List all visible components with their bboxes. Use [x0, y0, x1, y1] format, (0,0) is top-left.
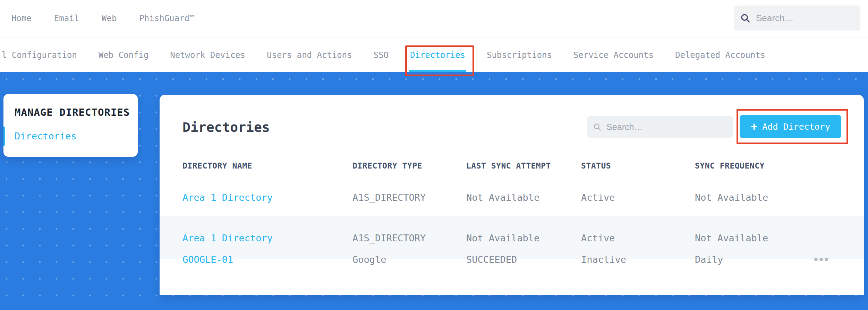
- directories-panel: Directories + Add Directory DIRECTORY NA…: [160, 95, 864, 295]
- sync-frequency-cell: Daily: [695, 254, 723, 265]
- status-cell: Active: [581, 232, 615, 243]
- directories-search-input[interactable]: [606, 122, 727, 132]
- directory-name-link[interactable]: Area 1 Directory: [182, 232, 273, 243]
- sidebar-item-directories[interactable]: Directories: [15, 131, 77, 141]
- directory-type-cell: Google: [352, 254, 386, 265]
- directory-type-cell: A1S_DIRECTORY: [352, 192, 426, 203]
- tab[interactable]: l Configuration: [2, 38, 77, 72]
- search-icon: [593, 122, 602, 132]
- global-search-input[interactable]: [756, 13, 854, 24]
- tab-label: l Configuration: [2, 50, 77, 60]
- tab[interactable]: SSO: [374, 38, 389, 72]
- directories-search-box[interactable]: [587, 116, 733, 138]
- tab[interactable]: Service Accounts: [573, 38, 654, 72]
- search-icon: [740, 13, 750, 23]
- content-background: MANAGE DIRECTORIES Directories Directori…: [0, 72, 868, 310]
- sync-frequency-cell: Not Available: [695, 232, 768, 243]
- add-directory-button[interactable]: + Add Directory: [740, 115, 841, 138]
- tab-label: Directories: [410, 50, 465, 60]
- page-title: Directories: [182, 120, 270, 135]
- manage-directories-card: MANAGE DIRECTORIES Directories: [3, 94, 138, 157]
- top-nav-item[interactable]: Home: [11, 14, 32, 23]
- top-nav-item[interactable]: Web: [102, 14, 117, 23]
- add-directory-label: Add Directory: [762, 122, 830, 132]
- last-sync-cell: SUCCEEDED: [466, 254, 517, 265]
- tab-label: Web Config: [99, 50, 149, 60]
- status-cell: Active: [581, 192, 615, 203]
- directories-table: DIRECTORY NAME DIRECTORY TYPE LAST SYNC …: [160, 153, 864, 259]
- table-row: Area 1 Directory A1S_DIRECTORY Not Avail…: [160, 179, 864, 216]
- tab-label: Service Accounts: [573, 50, 654, 60]
- column-header: STATUS: [581, 161, 611, 170]
- side-card-title: MANAGE DIRECTORIES: [15, 106, 130, 118]
- top-navigation: Home Email Web PhishGuard™: [0, 0, 868, 37]
- column-header: DIRECTORY NAME: [182, 161, 252, 170]
- sync-frequency-cell: Not Available: [695, 192, 768, 203]
- tab-label: Delegated Accounts: [675, 50, 765, 60]
- tab[interactable]: Directories: [410, 38, 465, 72]
- top-nav-items: Home Email Web PhishGuard™: [11, 14, 194, 23]
- column-header: DIRECTORY TYPE: [352, 161, 422, 170]
- directory-name-link[interactable]: GOOGLE-01: [182, 254, 233, 265]
- tab[interactable]: Subscriptions: [487, 38, 552, 72]
- tab[interactable]: Web Config: [99, 38, 149, 72]
- directory-type-cell: A1S_DIRECTORY: [352, 232, 426, 243]
- active-tab-underline: [409, 70, 466, 72]
- tab-label: Users and Actions: [267, 50, 352, 60]
- tab[interactable]: Users and Actions: [267, 38, 352, 72]
- global-search-box[interactable]: [734, 6, 860, 31]
- row-actions-menu-icon[interactable]: [814, 258, 828, 261]
- column-header: SYNC FREQUENCY: [695, 161, 765, 170]
- tab-label: Network Devices: [170, 50, 245, 60]
- top-nav-item[interactable]: Email: [54, 14, 79, 23]
- top-nav-item[interactable]: PhishGuard™: [139, 14, 194, 23]
- tab-label: Subscriptions: [487, 50, 552, 60]
- tab-label: SSO: [374, 50, 389, 60]
- column-header: LAST SYNC ATTEMPT: [466, 161, 551, 170]
- table-header-row: DIRECTORY NAME DIRECTORY TYPE LAST SYNC …: [160, 153, 864, 179]
- status-cell: Inactive: [581, 254, 626, 265]
- last-sync-cell: Not Available: [466, 232, 539, 243]
- directory-name-link[interactable]: Area 1 Directory: [182, 192, 273, 203]
- active-item-bar: [3, 127, 5, 146]
- last-sync-cell: Not Available: [466, 192, 539, 203]
- tab[interactable]: Network Devices: [170, 38, 245, 72]
- tab[interactable]: Delegated Accounts: [675, 38, 765, 72]
- table-body: Area 1 Directory A1S_DIRECTORY Not Avail…: [160, 179, 864, 259]
- table-row: Area 1 Directory A1S_DIRECTORY Not Avail…: [160, 216, 864, 259]
- settings-tab-bar: l Configuration Web Config Network Devic…: [0, 38, 868, 72]
- plus-icon: +: [751, 121, 757, 132]
